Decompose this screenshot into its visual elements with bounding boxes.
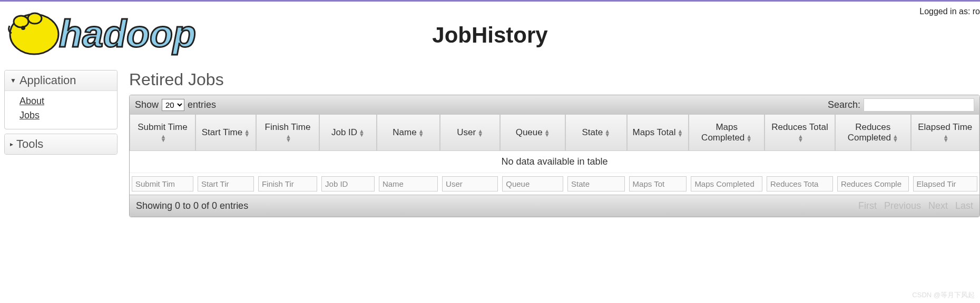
sort-icon: ▲▼: [798, 135, 803, 142]
column-label: Queue: [516, 127, 543, 137]
column-label: Reduces Total: [771, 122, 828, 132]
column-label: Name: [393, 127, 416, 137]
sidebar-section-title: Application: [19, 74, 76, 87]
pager-first[interactable]: First: [858, 200, 877, 211]
login-info: Logged in as: ro: [919, 7, 980, 16]
sort-icon: ▲▼: [286, 135, 291, 142]
column-filter-input[interactable]: [321, 176, 375, 191]
column-filter-input[interactable]: [198, 176, 254, 191]
column-label: Reduces Completed: [848, 122, 891, 143]
pager-previous[interactable]: Previous: [884, 200, 921, 211]
column-filter-input[interactable]: [691, 176, 762, 191]
sidebar-section-application: ▼ Application About Jobs: [4, 70, 117, 129]
sidebar-toggle-application[interactable]: ▼ Application: [5, 70, 117, 91]
sidebar-link-about[interactable]: About: [19, 94, 110, 108]
svg-point-1: [14, 16, 28, 27]
svg-point-2: [28, 13, 42, 24]
column-label: State: [582, 127, 603, 137]
svg-point-3: [21, 26, 25, 30]
column-label: Finish Time: [265, 122, 311, 132]
table-info: Showing 0 to 0 of 0 entries: [136, 200, 248, 211]
search-label: Search:: [828, 99, 860, 110]
table-toolbar: Show 20 entries Search:: [130, 95, 979, 115]
page-title: JobHistory: [432, 23, 547, 48]
column-filter-input[interactable]: [567, 176, 625, 191]
sidebar-section-title: Tools: [16, 137, 43, 151]
column-header[interactable]: Elapsed Time▲▼: [911, 115, 980, 151]
column-header[interactable]: Start Time▲▼: [195, 115, 256, 151]
column-filter-input[interactable]: [258, 176, 317, 191]
sort-icon: ▲▼: [418, 129, 424, 137]
column-filter-input[interactable]: [767, 176, 833, 191]
svg-text:hadoop: hadoop: [59, 13, 196, 55]
column-label: Start Time: [202, 127, 242, 137]
column-filter-input[interactable]: [913, 176, 978, 191]
filter-row: [130, 173, 979, 195]
sort-icon: ▲▼: [161, 135, 166, 142]
jobs-table: Submit Time▲▼Start Time▲▼Finish Time▲▼Jo…: [130, 115, 979, 195]
sidebar-section-tools: ▸ Tools: [4, 134, 117, 155]
sort-icon: ▲▼: [544, 129, 550, 137]
sort-icon: ▲▼: [678, 129, 683, 137]
caret-down-icon: ▼: [10, 77, 16, 84]
column-filter-input[interactable]: [502, 176, 563, 191]
column-header[interactable]: Queue▲▼: [500, 115, 565, 151]
sidebar-link-jobs[interactable]: Jobs: [19, 108, 110, 123]
sort-icon: ▲▼: [359, 129, 365, 137]
column-label: Maps Total: [633, 127, 676, 137]
entries-select[interactable]: 20: [162, 99, 184, 111]
column-header[interactable]: Job ID▲▼: [319, 115, 377, 151]
column-label: Maps Completed: [701, 122, 744, 143]
sort-icon: ▲▼: [477, 129, 483, 137]
pager-last[interactable]: Last: [955, 200, 973, 211]
column-header[interactable]: Name▲▼: [377, 115, 440, 151]
column-filter-input[interactable]: [442, 176, 498, 191]
search-input[interactable]: [864, 98, 974, 112]
caret-right-icon: ▸: [10, 140, 13, 148]
jobs-table-container: Show 20 entries Search: Submit Time▲▼Sta…: [129, 95, 980, 217]
sort-icon: ▲▼: [244, 129, 250, 137]
pager-next[interactable]: Next: [928, 200, 948, 211]
empty-message: No data available in table: [130, 151, 979, 173]
sort-icon: ▲▼: [943, 135, 949, 142]
table-footer: Showing 0 to 0 of 0 entries First Previo…: [130, 195, 979, 217]
sort-icon: ▲▼: [604, 129, 610, 137]
column-filter-input[interactable]: [837, 176, 909, 191]
column-header[interactable]: Finish Time▲▼: [256, 115, 319, 151]
sidebar-toggle-tools[interactable]: ▸ Tools: [5, 134, 117, 154]
section-title: Retired Jobs: [129, 70, 980, 89]
column-filter-input[interactable]: [629, 176, 687, 191]
hadoop-logo-icon: hadoop: [5, 6, 205, 57]
column-label: User: [457, 127, 476, 137]
column-header[interactable]: Submit Time▲▼: [130, 115, 195, 151]
column-header[interactable]: State▲▼: [565, 115, 627, 151]
sidebar: ▼ Application About Jobs ▸ Tools: [4, 70, 117, 159]
column-header[interactable]: Reduces Total▲▼: [765, 115, 835, 151]
show-label: Show: [135, 99, 159, 110]
sort-icon: ▲▼: [746, 135, 752, 142]
column-filter-input[interactable]: [379, 176, 438, 191]
logo: hadoop: [0, 6, 205, 57]
column-header[interactable]: Maps Completed▲▼: [689, 115, 765, 151]
column-header[interactable]: User▲▼: [440, 115, 500, 151]
column-header[interactable]: Reduces Completed▲▼: [835, 115, 911, 151]
column-label: Submit Time: [138, 122, 187, 132]
empty-row: No data available in table: [130, 151, 979, 173]
entries-label: entries: [188, 99, 216, 110]
column-filter-input[interactable]: [132, 176, 193, 191]
column-header[interactable]: Maps Total▲▼: [627, 115, 689, 151]
column-label: Elapsed Time: [918, 122, 972, 132]
sort-icon: ▲▼: [893, 135, 898, 142]
column-label: Job ID: [331, 127, 357, 137]
